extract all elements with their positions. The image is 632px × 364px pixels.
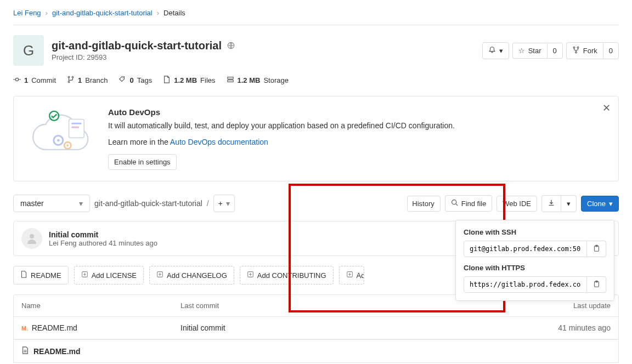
clone-ssh-input[interactable] (464, 241, 587, 257)
table-header-commit: Last commit (180, 302, 528, 310)
project-title: git-and-gitlab-quick-start-tutorial (52, 39, 222, 52)
breadcrumb-owner[interactable]: Lei Feng (13, 9, 41, 17)
stat-files[interactable]: 1.2 MB Files (163, 76, 215, 85)
stat-branches[interactable]: 1 Branch (67, 76, 108, 85)
svg-point-16 (57, 139, 60, 142)
svg-rect-9 (227, 77, 233, 79)
add-changelog-label: Add CHANGELOG (167, 271, 227, 280)
add-contributing-label: Add CONTRIBUTING (257, 271, 326, 280)
enable-devops-button[interactable]: Enable in settings (108, 154, 177, 170)
file-icon (163, 76, 171, 85)
auto-devops-banner: ✕ Auto DevOps It will automatically buil… (13, 96, 619, 181)
path-separator: / (207, 199, 209, 208)
svg-point-18 (66, 144, 69, 146)
tags-label: Tags (137, 76, 152, 84)
plus-box-icon (156, 271, 163, 280)
file-icon (21, 346, 29, 356)
svg-point-6 (72, 76, 74, 78)
auto-devops-title: Auto DevOps (108, 107, 455, 117)
table-header-name: Name (21, 302, 180, 310)
svg-point-19 (452, 200, 456, 204)
project-header: G git-and-gitlab-quick-start-tutorial Pr… (13, 35, 619, 66)
svg-point-8 (123, 77, 124, 78)
repo-path[interactable]: git-and-gitlab-quick-start-tutorial (94, 199, 202, 208)
svg-point-24 (30, 234, 34, 238)
download-button[interactable] (541, 195, 561, 212)
stat-storage[interactable]: 1.2 MB Storage (227, 76, 289, 85)
find-file-button[interactable]: Find file (445, 195, 493, 212)
branch-icon (67, 76, 75, 85)
file-name: README.md (32, 323, 77, 332)
table-header-update: Last update (528, 302, 611, 310)
fork-button[interactable]: Fork (566, 42, 603, 59)
auto-devops-doc-link[interactable]: Auto DevOps documentation (170, 138, 268, 146)
clone-button[interactable]: Clone ▾ (581, 196, 619, 212)
add-license-label: Add LICENSE (92, 271, 137, 280)
copy-ssh-button[interactable] (587, 241, 606, 257)
file-update: 41 minutes ago (528, 323, 611, 332)
readme-filename: README.md (33, 347, 81, 356)
add-changelog-button[interactable]: Add CHANGELOG (149, 266, 234, 285)
clone-https-title: Clone with HTTPS (464, 264, 606, 272)
branch-select-value: master (20, 199, 44, 208)
commits-label: Commit (31, 76, 56, 84)
stat-tags[interactable]: 0 Tags (119, 76, 152, 85)
readme-button[interactable]: README (13, 266, 69, 285)
plus-box-icon (81, 271, 88, 280)
file-tree-table: Name Last commit Last update M↓README.md… (13, 294, 619, 340)
svg-point-3 (575, 51, 577, 53)
star-button[interactable]: ☆ Star (512, 43, 547, 59)
add-file-dropdown[interactable]: + ▾ (213, 195, 235, 212)
history-button[interactable]: History (407, 196, 440, 212)
storage-value: 1.2 MB (238, 76, 261, 84)
copy-https-button[interactable] (587, 276, 606, 293)
table-row[interactable]: M↓README.md Initial commit 41 minutes ag… (14, 317, 618, 339)
clone-https-input[interactable] (464, 276, 587, 293)
chevron-down-icon: ▾ (499, 47, 503, 55)
auto-devops-illustration (27, 107, 93, 162)
web-ide-button[interactable]: Web IDE (496, 196, 537, 212)
svg-point-5 (68, 76, 70, 78)
commit-author[interactable]: Lei Feng (49, 239, 77, 247)
files-value: 1.2 MB (174, 76, 197, 84)
breadcrumb-project[interactable]: git-and-gitlab-quick-start-tutorial (52, 9, 153, 17)
branches-label: Branch (85, 76, 108, 84)
svg-point-4 (15, 78, 18, 81)
star-count[interactable]: 0 (547, 43, 563, 59)
commit-author-avatar (21, 228, 42, 249)
commit-message[interactable]: Initial commit (49, 230, 157, 239)
tag-icon (119, 76, 126, 85)
project-id-label: Project ID: 29593 (52, 53, 235, 61)
readme-label: README (31, 271, 61, 280)
repo-controls: master ▾ git-and-gitlab-quick-start-tuto… (13, 195, 619, 212)
commit-time: 41 minutes ago (109, 239, 157, 247)
auto-devops-learn: Learn more in the Auto DevOps documentat… (108, 138, 455, 146)
breadcrumb-current: Details (163, 9, 185, 17)
notification-button[interactable]: ▾ (482, 42, 509, 59)
fork-count[interactable]: 0 (603, 42, 619, 59)
chevron-right-icon: › (157, 9, 159, 17)
stat-commits[interactable]: 1 Commit (13, 76, 56, 85)
branches-value: 1 (78, 76, 82, 84)
svg-point-1 (573, 47, 575, 48)
branch-select[interactable]: master ▾ (13, 195, 90, 212)
add-license-button[interactable]: Add LICENSE (74, 266, 144, 285)
tags-value: 0 (129, 76, 133, 84)
clipboard-icon (592, 280, 600, 289)
commit-authored-text: authored (77, 239, 109, 247)
fork-label: Fork (583, 47, 597, 55)
add-kubernetes-button[interactable]: Ad (339, 266, 364, 285)
star-icon: ☆ (518, 47, 525, 55)
svg-point-7 (68, 81, 70, 83)
breadcrumb: Lei Feng › git-and-gitlab-quick-start-tu… (13, 5, 619, 25)
chevron-right-icon: › (46, 9, 48, 17)
storage-label: Storage (263, 76, 289, 84)
close-icon[interactable]: ✕ (602, 102, 611, 114)
chevron-down-icon: ▾ (79, 199, 83, 208)
add-contributing-button[interactable]: Add CONTRIBUTING (240, 266, 334, 285)
clone-ssh-title: Clone with SSH (464, 228, 606, 236)
download-dropdown[interactable]: ▾ (561, 195, 577, 212)
clone-label: Clone (587, 200, 606, 208)
markdown-file-icon: M↓ (21, 325, 29, 332)
add-kubernetes-label: Ad (357, 271, 364, 280)
